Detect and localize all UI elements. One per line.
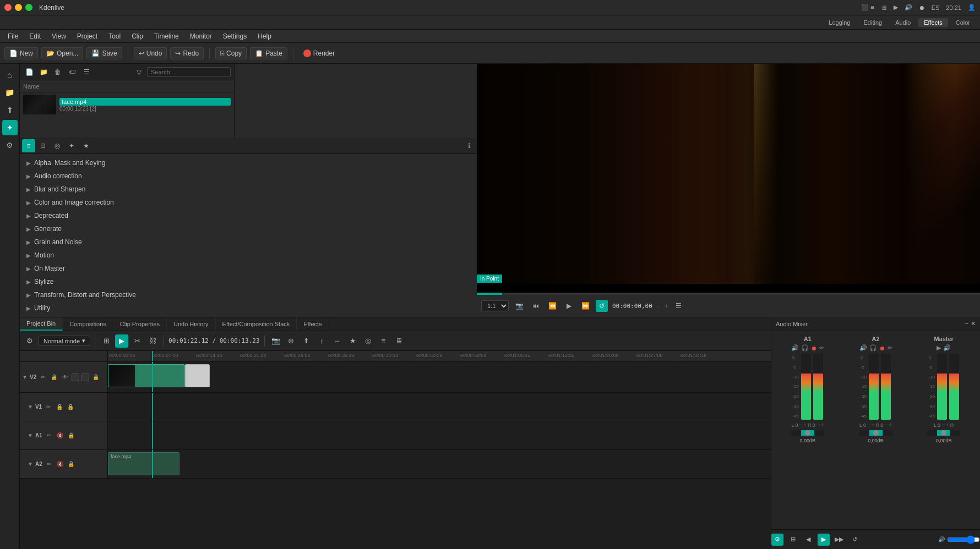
tl-monitor-btn[interactable]: 🖥 — [393, 334, 406, 348]
new-button[interactable]: 📄 New — [4, 47, 38, 59]
track-clip-v2-face[interactable]: face.mp4 — [108, 364, 185, 387]
track-a2-collapse[interactable]: ▼ — [28, 461, 33, 467]
menu-edit[interactable]: Edit — [25, 31, 45, 41]
eff-tab-pin-icon[interactable]: ✦ — [65, 139, 78, 152]
save-button[interactable]: 💾 Save — [86, 47, 122, 59]
mixer-play-btn[interactable]: ▶ — [818, 534, 830, 546]
track-a2-clip[interactable]: face.mp4 — [108, 452, 179, 475]
ch-master-minus[interactable]: − — [941, 422, 945, 428]
sidebar-folder-icon[interactable]: 📁 — [2, 85, 18, 100]
effect-category-motion[interactable]: ▶ Motion — [20, 249, 477, 262]
eff-tab-audio-icon[interactable]: ◎ — [51, 139, 64, 152]
tl-lift-btn[interactable]: ↕ — [315, 334, 329, 348]
mixer-volume-slider[interactable] — [947, 535, 980, 544]
mixer-next-btn[interactable]: ▶▶ — [833, 534, 845, 546]
track-v1-collapse[interactable]: ▼ — [28, 404, 33, 410]
bin-tag-icon[interactable]: 🏷 — [66, 66, 78, 78]
fader-a2-right[interactable] — [881, 354, 891, 420]
fader-master-right[interactable] — [949, 354, 959, 420]
track-a2-edit[interactable]: ✏ — [45, 460, 53, 469]
ch-a2-r-minus[interactable]: − — [884, 422, 888, 428]
ch-a2-record-icon[interactable]: ⏺ — [879, 345, 885, 352]
render-button[interactable]: Render — [299, 48, 339, 59]
track-a1-edit[interactable]: ✏ — [45, 431, 53, 440]
effect-category-transform[interactable]: ▶ Transform, Distort and Perspective — [20, 288, 477, 301]
rewind-btn[interactable]: ⏪ — [546, 300, 558, 312]
eff-tab-star-icon[interactable]: ★ — [79, 139, 92, 152]
search-input[interactable] — [147, 67, 231, 77]
play-btn[interactable]: ▶ — [563, 300, 575, 312]
ws-tab-logging[interactable]: Logging — [823, 18, 856, 27]
ch-a2-knob[interactable] — [859, 430, 892, 436]
win-min-btn[interactable] — [15, 4, 22, 11]
fader-a1-right[interactable] — [813, 354, 823, 420]
bin-new-icon[interactable]: 📄 — [23, 66, 35, 78]
track-v2-visible[interactable]: 👁 — [61, 373, 69, 382]
menu-tool[interactable]: Tool — [104, 31, 125, 41]
tl-target-btn[interactable]: ◎ — [362, 334, 375, 348]
ch-a1-headphone-icon[interactable]: 🎧 — [801, 344, 809, 352]
ch-master-right-icon[interactable]: ▶ — [937, 344, 941, 352]
tl-group-btn[interactable]: ⊞ — [100, 334, 113, 348]
sidebar-home-icon[interactable]: ⌂ — [2, 67, 18, 83]
sidebar-effects-icon[interactable]: ✦ — [2, 120, 18, 135]
effects-info-icon[interactable]: ℹ — [464, 140, 475, 151]
timeline-playhead[interactable] — [152, 351, 153, 361]
menu-clip[interactable]: Clip — [127, 31, 148, 41]
mixer-grid-btn[interactable]: ⊞ — [787, 534, 799, 546]
sidebar-up-icon[interactable]: ⬆ — [2, 102, 18, 118]
ch-a1-r-minus[interactable]: − — [816, 422, 820, 428]
effect-category-utility[interactable]: ▶ Utility — [20, 301, 477, 315]
loop-btn[interactable]: ↺ — [596, 300, 608, 312]
zoom-select[interactable]: 1:1 1:2 2:1 — [481, 300, 509, 311]
menu-timeline[interactable]: Timeline — [150, 31, 183, 41]
ch-a2-plus[interactable]: + — [872, 422, 875, 428]
tab-effects[interactable]: Effects — [297, 317, 329, 331]
track-v2-composite[interactable] — [72, 374, 79, 381]
eff-tab-list-icon[interactable]: ≡ — [22, 139, 35, 152]
ch-a1-r-plus[interactable]: + — [820, 422, 824, 428]
track-v1-edit[interactable]: ✏ — [44, 403, 53, 411]
win-max-btn[interactable] — [25, 4, 32, 11]
effect-category-generate[interactable]: ▶ Generate — [20, 222, 477, 235]
track-v2-lock[interactable]: ✏ — [39, 373, 47, 382]
tl-play-btn[interactable]: ▶ — [115, 334, 128, 348]
ch-a1-knob[interactable] — [791, 430, 824, 436]
snapshot-btn[interactable]: 📷 — [513, 300, 525, 312]
paste-button[interactable]: 📋 Paste — [250, 47, 287, 59]
tl-multitrack-btn[interactable]: ⊕ — [285, 334, 298, 348]
bin-menu-icon[interactable]: ☰ — [80, 66, 92, 78]
track-v2-mute[interactable]: 🔒 — [50, 373, 58, 382]
mixer-settings-btn[interactable]: ⚙ — [771, 534, 783, 546]
win-close-btn[interactable] — [4, 4, 12, 11]
menu-file[interactable]: File — [3, 31, 23, 41]
ch-master-plus[interactable]: + — [946, 422, 949, 428]
tl-snap-btn[interactable]: 📷 — [269, 334, 282, 348]
ch-a1-minus[interactable]: − — [799, 422, 802, 428]
bin-folder-icon[interactable]: 📁 — [37, 66, 50, 78]
tab-clip-properties[interactable]: Clip Properties — [113, 317, 167, 331]
fader-a1-left[interactable] — [801, 354, 811, 420]
track-a2-lock[interactable]: 🔒 — [67, 460, 75, 469]
tl-cut-btn[interactable]: ✂ — [130, 334, 144, 348]
effect-category-blur[interactable]: ▶ Blur and Sharpen — [20, 183, 477, 196]
effect-category-deprecated[interactable]: ▶ Deprecated — [20, 209, 477, 222]
ch-a1-vol-icon[interactable]: 🔊 — [791, 344, 799, 352]
bin-delete-icon[interactable]: 🗑 — [52, 66, 64, 78]
mixer-prev-btn[interactable]: ◀ — [802, 534, 814, 546]
ch-a1-plus[interactable]: + — [803, 422, 807, 428]
copy-button[interactable]: ⎘ Copy — [215, 47, 247, 59]
ch-master-vol-icon[interactable]: 🔊 — [943, 344, 951, 352]
menu-help[interactable]: Help — [253, 31, 276, 41]
menu-monitor[interactable]: Monitor — [186, 31, 216, 41]
ws-tab-color[interactable]: Color — [950, 18, 976, 27]
track-v2-effect[interactable] — [81, 374, 89, 381]
track-a2-mute[interactable]: 🔇 — [56, 460, 64, 469]
tab-project-bin[interactable]: Project Bin — [20, 317, 63, 331]
track-v2-collapse[interactable]: ▼ — [22, 374, 28, 380]
effect-category-alpha[interactable]: ▶ Alpha, Mask and Keying — [20, 156, 477, 169]
bin-filter-icon[interactable]: ▽ — [133, 66, 145, 78]
effect-category-stylize[interactable]: ▶ Stylize — [20, 275, 477, 288]
mixer-close-icon[interactable]: ✕ — [971, 320, 976, 327]
tl-mode-select[interactable]: Normal mode ▾ — [39, 336, 90, 346]
